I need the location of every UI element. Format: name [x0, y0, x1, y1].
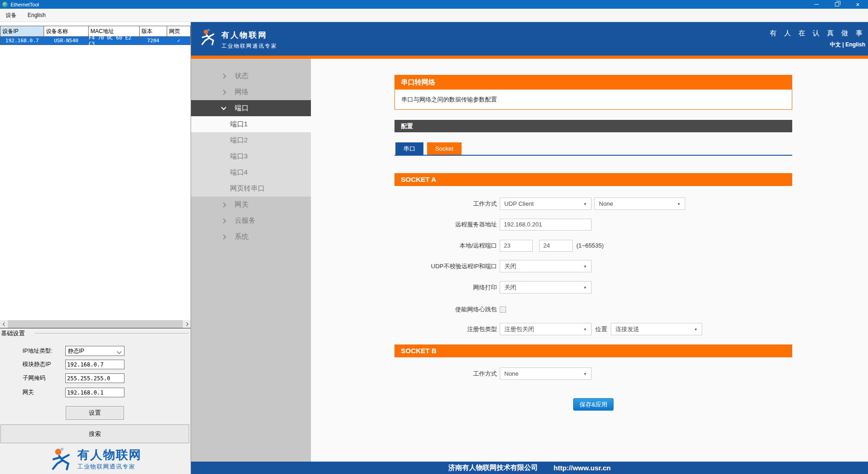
runner-logo-icon: [49, 448, 73, 472]
window-title: EthernetTool: [11, 2, 39, 7]
tab-serial[interactable]: 串口: [395, 142, 423, 155]
net-print-select[interactable]: 关闭 ▼: [500, 281, 592, 293]
socket-b-banner: SOCKET B: [395, 344, 792, 357]
close-icon: ×: [856, 1, 859, 8]
header-device-name: 设备名称: [44, 26, 89, 37]
ports-row: 本地/远程端口 (1~65535): [395, 239, 604, 252]
regpkt-pos-label: 位置: [595, 325, 607, 333]
minimize-icon: [814, 4, 819, 5]
tab-socket[interactable]: Socket: [427, 142, 462, 155]
device-ip-cell: 192.168.0.7: [0, 37, 44, 45]
heartbeat-checkbox[interactable]: [500, 306, 506, 313]
scroll-left-arrow-icon[interactable]: [0, 320, 8, 328]
subnet-label: 子网掩码: [23, 373, 45, 383]
language-switch[interactable]: 中文 | English: [770, 41, 865, 49]
sidebar-item-web2serial[interactable]: 网页转串口: [191, 181, 311, 197]
remote-addr-label: 远程服务器地址: [395, 220, 500, 229]
udp-check-label: UDP不校验远程IP和端口: [395, 262, 500, 271]
device-version-cell: 7204: [140, 37, 167, 45]
sidebar-item-port[interactable]: 端口: [191, 100, 311, 116]
chevron-right-icon: [221, 218, 226, 223]
dropdown-arrow-icon: ▼: [583, 202, 587, 206]
footer-company: 济南有人物联网技术有限公司: [448, 463, 538, 472]
remote-port-field[interactable]: [539, 240, 573, 252]
dropdown-arrow-icon: ▼: [583, 372, 587, 376]
regpkt-type-select[interactable]: 注册包关闭 ▼: [500, 323, 592, 335]
work-mode-select[interactable]: UDP Client ▼: [500, 198, 592, 210]
ip-type-value: 静态IP: [68, 347, 84, 355]
socket-b-work-mode-label: 工作方式: [395, 370, 500, 378]
basic-settings-group: 基础设置 IP地址类型: 静态IP 模块静态IP 子网掩码 网关 设置 搜索: [0, 328, 191, 474]
sidebar-item-status[interactable]: 状态: [191, 68, 311, 84]
net-print-row: 网络打印 关闭 ▼: [395, 281, 592, 293]
device-mac-cell: F4 70 0C 60 E2 C3: [89, 37, 140, 45]
restore-icon: [835, 2, 839, 6]
device-list-panel: 设备IP 设备名称 MAC地址 版本 网页 192.168.0.7 USR-N5…: [0, 22, 191, 474]
groupbox-line: [35, 333, 189, 333]
header-web: 网页: [167, 26, 191, 37]
ports-label: 本地/远程端口: [395, 242, 500, 250]
usr-logo: 有人物联网 工业物联网通讯专家: [0, 448, 191, 472]
chevron-right-icon: [221, 234, 226, 239]
menu-bar: 设备 English: [0, 9, 868, 22]
ip-type-select[interactable]: 静态IP: [65, 346, 124, 356]
regpkt-pos-select[interactable]: 连接发送 ▼: [611, 323, 702, 335]
dropdown-arrow-icon: ▼: [583, 286, 587, 290]
sidebar-item-system[interactable]: 系统: [191, 229, 311, 245]
subnet-field[interactable]: [65, 373, 124, 383]
chevron-down-icon: [117, 350, 122, 354]
static-ip-field[interactable]: [65, 360, 124, 369]
sidebar-item-gateway[interactable]: 网关: [191, 197, 311, 213]
header-slogan: 有 人 在 认 真 做 事: [770, 29, 865, 38]
device-row[interactable]: 192.168.0.7 USR-N540 F4 70 0C 60 E2 C3 7…: [0, 37, 191, 45]
close-button[interactable]: ×: [847, 0, 868, 9]
footer-url[interactable]: http://www.usr.cn: [553, 464, 610, 472]
socket-a-banner: SOCKET A: [395, 173, 792, 186]
set-button[interactable]: 设置: [66, 406, 124, 420]
udp-check-row: UDP不校验远程IP和端口 关闭 ▼: [395, 260, 592, 272]
dropdown-arrow-icon: ▼: [583, 265, 587, 269]
gateway-field[interactable]: [65, 388, 124, 397]
work-mode-secondary-select[interactable]: None ▼: [594, 198, 685, 210]
sidebar-item-port3[interactable]: 端口3: [191, 148, 311, 164]
scroll-right-arrow-icon[interactable]: [183, 320, 191, 328]
web-header: 有人物联网 工业物联网通讯专家 有 人 在 认 真 做 事 中文 | Engli…: [191, 22, 868, 56]
scrollbar-thumb[interactable]: [8, 320, 183, 328]
header-device-ip: 设备IP: [0, 26, 44, 37]
tab-underline: [395, 155, 792, 156]
brand-slogan: 工业物联网通讯专家: [221, 43, 277, 50]
work-mode-row: 工作方式 UDP Client ▼ None ▼: [395, 198, 685, 210]
app-icon: [2, 2, 8, 7]
udp-check-select[interactable]: 关闭 ▼: [500, 260, 592, 272]
sidebar-item-port1[interactable]: 端口1: [191, 116, 311, 132]
config-section-bar: 配置: [395, 120, 792, 132]
sidebar-item-port2[interactable]: 端口2: [191, 132, 311, 148]
dropdown-arrow-icon: ▼: [694, 327, 698, 332]
page-title-banner: 串口转网络: [395, 75, 792, 89]
menu-device[interactable]: 设备: [0, 9, 22, 22]
socket-b-work-mode-row: 工作方式 None ▼: [395, 367, 592, 380]
minimize-button[interactable]: [806, 0, 827, 9]
socket-b-work-mode-select[interactable]: None ▼: [500, 367, 592, 380]
port-range-hint: (1~65535): [576, 242, 604, 249]
restore-button[interactable]: [827, 0, 847, 9]
dropdown-arrow-icon: ▼: [677, 202, 681, 206]
local-port-field[interactable]: [500, 240, 533, 252]
remote-addr-row: 远程服务器地址: [395, 218, 592, 231]
device-name-cell: USR-N540: [44, 37, 89, 45]
horizontal-scrollbar[interactable]: [0, 320, 191, 328]
brand-name: 有人物联网: [78, 449, 142, 461]
chevron-right-icon: [221, 202, 226, 207]
save-apply-button[interactable]: 保存&应用: [573, 398, 614, 411]
remote-addr-field[interactable]: [500, 219, 592, 231]
menu-english[interactable]: English: [22, 9, 51, 22]
sidebar-item-network[interactable]: 网络: [191, 84, 311, 100]
regpkt-label: 注册包类型: [395, 325, 500, 333]
sidebar-item-cloud[interactable]: 云服务: [191, 213, 311, 229]
static-ip-label: 模块静态IP: [23, 360, 51, 369]
sidebar-item-port4[interactable]: 端口4: [191, 164, 311, 181]
search-button[interactable]: 搜索: [0, 424, 189, 443]
brand-name: 有人物联网: [221, 30, 277, 40]
device-web-link-icon[interactable]: ✓: [167, 37, 191, 45]
runner-logo-icon: [199, 28, 217, 47]
